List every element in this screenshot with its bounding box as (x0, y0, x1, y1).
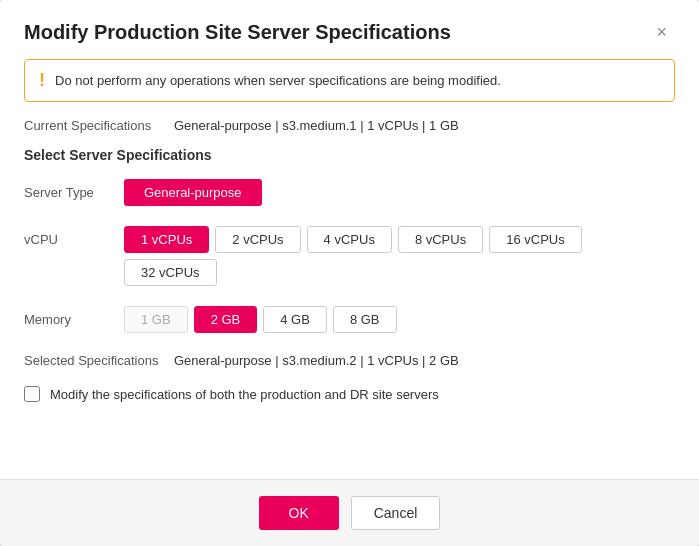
warning-text: Do not perform any operations when serve… (55, 73, 501, 88)
close-button[interactable]: × (648, 18, 675, 47)
current-specs-value: General-purpose | s3.medium.1 | 1 vCPUs … (174, 118, 459, 133)
memory-row: Memory 1 GB 2 GB 4 GB 8 GB (24, 306, 675, 333)
checkbox-row: Modify the specifications of both the pr… (24, 386, 675, 402)
dialog-title: Modify Production Site Server Specificat… (24, 21, 451, 44)
dialog-header: Modify Production Site Server Specificat… (0, 0, 699, 59)
vcpu-row: vCPU 1 vCPUs 2 vCPUs 4 vCPUs 8 vCPUs 16 … (24, 226, 675, 286)
dialog-body: ! Do not perform any operations when ser… (0, 59, 699, 479)
warning-box: ! Do not perform any operations when ser… (24, 59, 675, 102)
vcpu-label: vCPU (24, 226, 124, 247)
server-type-general-purpose[interactable]: General-purpose (124, 179, 262, 206)
vcpu-options: 1 vCPUs 2 vCPUs 4 vCPUs 8 vCPUs 16 vCPUs… (124, 226, 675, 286)
checkbox-label: Modify the specifications of both the pr… (50, 387, 439, 402)
vcpu-2[interactable]: 2 vCPUs (215, 226, 300, 253)
vcpu-1[interactable]: 1 vCPUs (124, 226, 209, 253)
dialog-footer: OK Cancel (0, 479, 699, 546)
cancel-button[interactable]: Cancel (351, 496, 441, 530)
current-specs-row: Current Specifications General-purpose |… (24, 118, 675, 133)
selected-specs-label: Selected Specifications (24, 353, 174, 368)
server-type-options: General-purpose (124, 179, 262, 206)
select-server-heading: Select Server Specifications (24, 147, 675, 163)
warning-icon: ! (39, 70, 45, 91)
dr-site-checkbox[interactable] (24, 386, 40, 402)
vcpu-32[interactable]: 32 vCPUs (124, 259, 217, 286)
server-type-label: Server Type (24, 179, 124, 200)
vcpu-16[interactable]: 16 vCPUs (489, 226, 582, 253)
ok-button[interactable]: OK (259, 496, 339, 530)
vcpu-4[interactable]: 4 vCPUs (307, 226, 392, 253)
modify-specs-dialog: Modify Production Site Server Specificat… (0, 0, 699, 546)
server-type-row: Server Type General-purpose (24, 179, 675, 206)
memory-options: 1 GB 2 GB 4 GB 8 GB (124, 306, 397, 333)
current-specs-label: Current Specifications (24, 118, 174, 133)
memory-4gb[interactable]: 4 GB (263, 306, 327, 333)
selected-specs-row: Selected Specifications General-purpose … (24, 353, 675, 368)
memory-2gb[interactable]: 2 GB (194, 306, 258, 333)
selected-specs-value: General-purpose | s3.medium.2 | 1 vCPUs … (174, 353, 459, 368)
memory-label: Memory (24, 306, 124, 327)
memory-1gb[interactable]: 1 GB (124, 306, 188, 333)
memory-8gb[interactable]: 8 GB (333, 306, 397, 333)
vcpu-8[interactable]: 8 vCPUs (398, 226, 483, 253)
